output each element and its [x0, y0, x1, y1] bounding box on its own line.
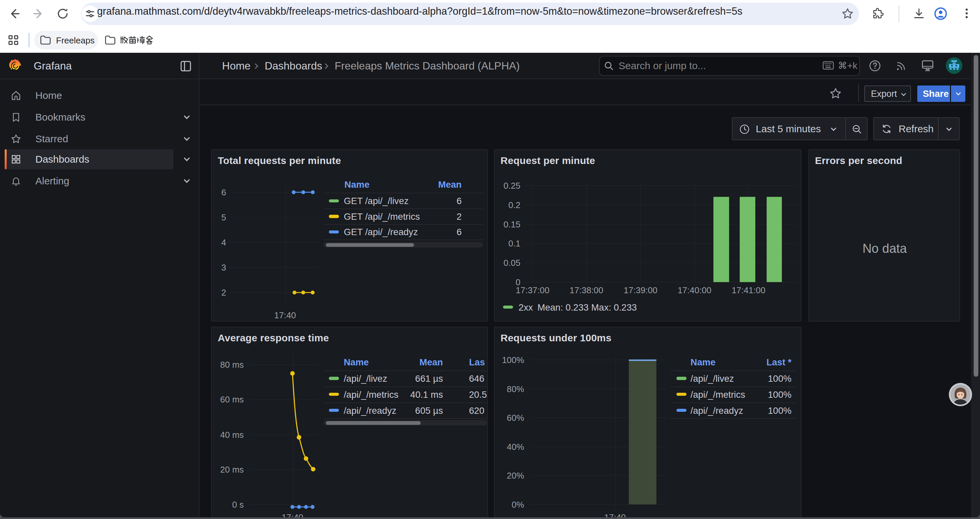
svg-text:17:37:00: 17:37:00 — [516, 285, 549, 295]
svg-text:0.15: 0.15 — [503, 219, 520, 229]
svg-text:17:40:00: 17:40:00 — [678, 285, 711, 295]
svg-text:0.05: 0.05 — [503, 258, 520, 268]
svg-text:17:40: 17:40 — [604, 512, 626, 517]
svg-text:2: 2 — [221, 287, 226, 297]
svg-text:40%: 40% — [507, 442, 524, 452]
svg-text:17:39:00: 17:39:00 — [624, 285, 657, 295]
svg-text:17:40: 17:40 — [282, 512, 303, 517]
svg-text:0%: 0% — [511, 500, 524, 509]
svg-text:3: 3 — [221, 262, 226, 273]
svg-text:20 ms: 20 ms — [220, 465, 244, 474]
svg-text:17:40: 17:40 — [274, 310, 296, 320]
svg-text:0.25: 0.25 — [503, 180, 520, 190]
svg-text:17:41:00: 17:41:00 — [732, 285, 765, 295]
svg-text:4: 4 — [221, 238, 226, 248]
svg-text:40 ms: 40 ms — [220, 430, 244, 440]
svg-text:17:38:00: 17:38:00 — [570, 285, 603, 295]
svg-text:20%: 20% — [507, 471, 524, 481]
svg-text:0 s: 0 s — [232, 500, 244, 509]
svg-text:0.2: 0.2 — [508, 200, 520, 210]
svg-text:0.1: 0.1 — [508, 238, 520, 249]
